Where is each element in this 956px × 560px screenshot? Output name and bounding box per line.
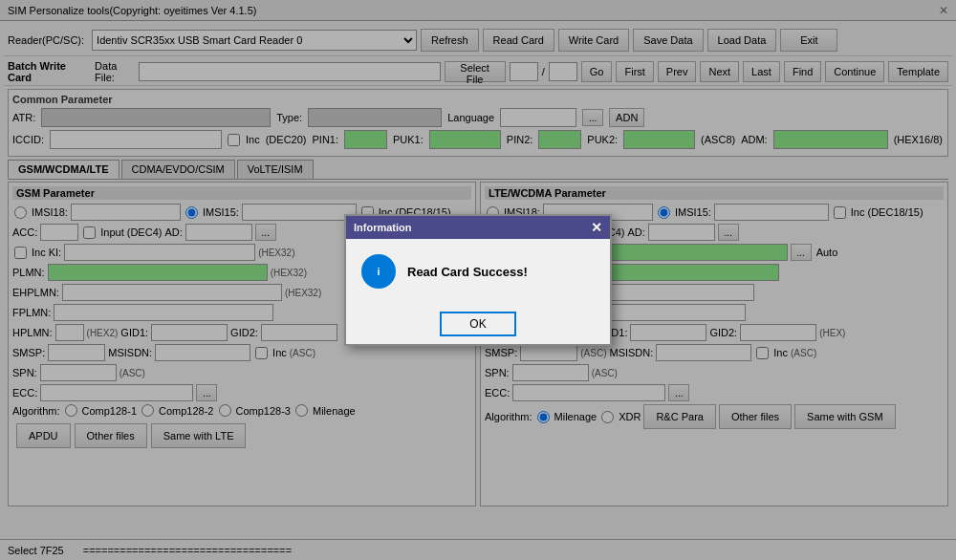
modal-footer: OK [346, 304, 610, 344]
modal-title: Information [354, 222, 412, 233]
modal-title-bar: Information ✕ [346, 216, 610, 239]
information-dialog: Information ✕ i Read Card Success! OK [344, 214, 612, 346]
modal-body: i Read Card Success! [346, 239, 610, 304]
modal-message: Read Card Success! [407, 265, 528, 279]
modal-overlay: Information ✕ i Read Card Success! OK [0, 0, 956, 560]
info-icon: i [361, 254, 396, 289]
modal-ok-button[interactable]: OK [440, 312, 516, 336]
modal-close-button[interactable]: ✕ [591, 220, 602, 235]
